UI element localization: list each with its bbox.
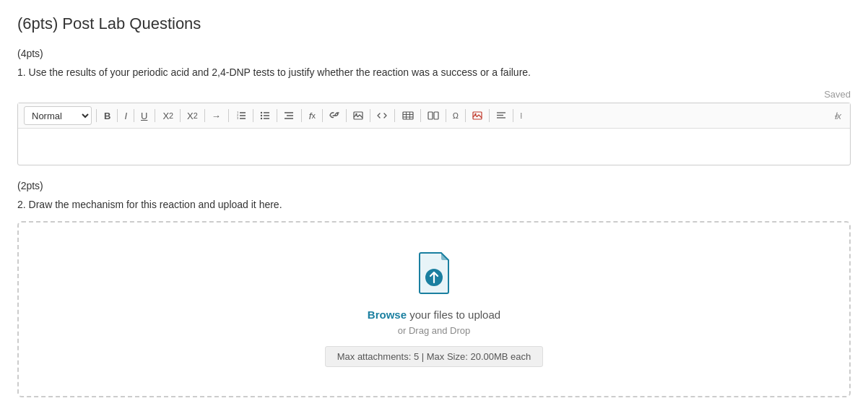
browse-link[interactable]: Browse <box>368 309 407 321</box>
image2-button[interactable] <box>469 107 485 124</box>
sep-omega <box>465 109 466 122</box>
sep-sub <box>180 109 181 122</box>
superscript-button[interactable]: X2 <box>184 107 201 124</box>
sep-fx <box>322 109 323 122</box>
separator-1 <box>96 109 97 122</box>
editor-toolbar: Normal Heading 1 Heading 2 Heading 3 B I… <box>18 103 850 129</box>
link-icon <box>329 112 339 119</box>
image-icon <box>353 111 363 120</box>
sep-ul <box>277 109 277 122</box>
drag-drop-text: or Drag and Drop <box>33 325 835 336</box>
ordered-list-button[interactable]: 1 2 3 <box>233 107 249 124</box>
svg-rect-23 <box>434 112 438 119</box>
q1-num: 1. <box>17 66 29 78</box>
svg-text:3: 3 <box>237 116 239 120</box>
upload-browse-text: Browse your files to upload <box>33 309 835 321</box>
ordered-list-icon: 1 2 3 <box>236 111 246 121</box>
subscript-button[interactable]: X2 <box>160 107 176 124</box>
text-align-button[interactable] <box>493 107 509 124</box>
question1-text: 1. Use the results of your periodic acid… <box>17 65 851 80</box>
col-layout-button[interactable] <box>425 107 442 124</box>
formula-button[interactable]: fx <box>306 107 318 124</box>
embed-button[interactable] <box>374 107 390 124</box>
upload-icon-wrapper <box>33 251 835 297</box>
question1-section: (4pts) 1. Use the results of your period… <box>17 48 851 165</box>
italic-button[interactable]: I <box>121 107 130 124</box>
more-options-button[interactable]: ⁞ <box>517 107 526 124</box>
bold-button[interactable]: B <box>101 107 113 124</box>
upload-file-icon <box>415 251 453 295</box>
unordered-list-button[interactable] <box>257 107 273 124</box>
svg-point-8 <box>261 118 262 119</box>
q1-body: Use the results of your periodic acid an… <box>29 66 531 78</box>
svg-rect-22 <box>428 112 433 119</box>
sep-col <box>446 109 446 122</box>
question2-pts: (2pts) <box>17 180 851 191</box>
upload-text-suffix: your files to upload <box>409 309 500 321</box>
image2-icon <box>472 111 482 120</box>
page-title: (6pts) Post Lab Questions <box>17 14 851 33</box>
text-style-group: B I U <box>101 107 150 124</box>
image-button[interactable] <box>350 107 366 124</box>
unordered-list-icon <box>260 111 270 121</box>
formula-group: fx <box>306 107 390 124</box>
script-group: X2 X2 → <box>160 107 223 124</box>
sep-align <box>513 109 513 122</box>
svg-point-6 <box>261 112 262 113</box>
sep-tbl <box>420 109 421 122</box>
q2-body: Draw the mechanism for this reaction and… <box>29 199 282 210</box>
link-button[interactable] <box>326 107 342 124</box>
question2-section: (2pts) 2. Draw the mechanism for this re… <box>17 180 851 397</box>
format-select[interactable]: Normal Heading 1 Heading 2 Heading 3 <box>24 106 92 125</box>
sep-link <box>346 109 347 122</box>
q2-num: 2. <box>17 199 29 210</box>
indent-button[interactable] <box>281 107 297 124</box>
separator-2 <box>155 109 155 122</box>
upload-limits: Max attachments: 5 | Max Size: 20.00MB e… <box>325 346 544 367</box>
question1-pts: (4pts) <box>17 48 851 59</box>
arrow-button[interactable]: → <box>209 107 224 124</box>
sep-ol <box>253 109 253 122</box>
clear-format-button[interactable]: Ɨx <box>831 107 845 124</box>
separator-3 <box>228 109 229 122</box>
embed-icon <box>377 112 387 119</box>
svg-point-7 <box>261 115 262 116</box>
separator-b <box>117 109 118 122</box>
clear-format-label: Ɨx <box>834 111 842 121</box>
sep-sup <box>204 109 205 122</box>
special-char-button[interactable]: Ω <box>450 107 461 124</box>
text-align-icon <box>496 111 506 120</box>
indent-icon <box>284 111 294 121</box>
svg-rect-17 <box>403 112 413 119</box>
editor-content-area[interactable] <box>18 129 850 165</box>
question2-text: 2. Draw the mechanism for this reaction … <box>17 197 851 212</box>
list-group: 1 2 3 <box>233 107 297 124</box>
table-icon <box>402 111 414 120</box>
col-layout-icon <box>428 111 439 120</box>
separator-5 <box>394 109 395 122</box>
saved-status: Saved <box>17 89 851 100</box>
underline-button[interactable]: U <box>138 107 150 124</box>
separator-4 <box>301 109 302 122</box>
upload-dropzone[interactable]: Browse your files to upload or Drag and … <box>17 221 851 397</box>
table-button[interactable] <box>399 107 417 124</box>
sep-img2 <box>489 109 490 122</box>
table-group: Ω ⁞ <box>399 107 526 124</box>
rich-text-editor: Normal Heading 1 Heading 2 Heading 3 B I… <box>17 103 851 165</box>
separator-i <box>134 109 134 122</box>
sep-img <box>370 109 370 122</box>
